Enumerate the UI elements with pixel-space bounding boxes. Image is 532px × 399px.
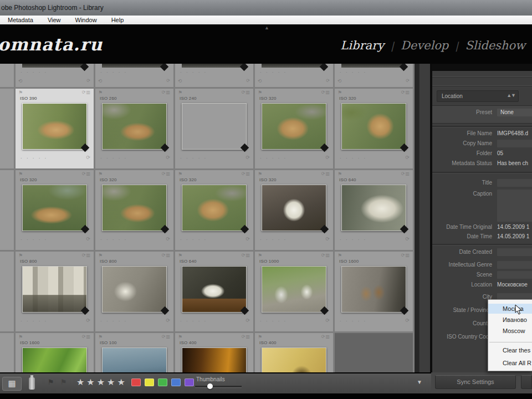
- photo-thumbnail-golden[interactable]: [262, 347, 326, 372]
- grid-cell[interactable]: ⚑⟳▥ISO 320· · · · ·⟳: [95, 170, 173, 250]
- grid-cell[interactable]: ⚑⟳▥ISO 260· · · · ·⟳: [95, 89, 173, 168]
- grid-cell[interactable]: ⚑⟳▥ISO 800· · · · ·⟳: [16, 252, 94, 331]
- module-develop[interactable]: Develop: [401, 39, 448, 52]
- rotate-right-icon: ⟳: [245, 236, 250, 242]
- context-menu-action[interactable]: Clear All R: [488, 358, 532, 368]
- photo-thumbnail-owl[interactable]: [262, 185, 326, 231]
- rotate-right-icon: ⟳: [86, 318, 90, 323]
- grid-cell-partial[interactable]: · · · · ·⟲⟳: [95, 64, 173, 87]
- grid-cell-partial[interactable]: · · · · ·⟲⟳: [335, 64, 413, 87]
- context-menu-item[interactable]: Москва: [488, 304, 532, 314]
- iso-label: ISO 320: [259, 96, 277, 101]
- photo-thumbnail-bear-legs[interactable]: [22, 266, 87, 313]
- flag-pick-icon[interactable]: ⚑: [48, 378, 54, 386]
- sync-settings-button[interactable]: Sync Settings: [435, 375, 516, 389]
- iso-label: ISO 1600: [20, 340, 39, 345]
- color-label-0[interactable]: [131, 378, 141, 386]
- preset-select[interactable]: None: [497, 109, 532, 116]
- grid-cell[interactable]: ⚑⟳▥ISO 1600· · · · ·⟳: [335, 252, 413, 331]
- context-menu-item[interactable]: Moscow: [488, 326, 532, 336]
- photo-thumbnail-cheetah-c[interactable]: [182, 103, 247, 150]
- photo-thumbnail-water[interactable]: [102, 347, 167, 372]
- context-menu-item[interactable]: Иваново: [488, 315, 532, 325]
- flag-icon: ⚑: [98, 253, 103, 258]
- sync-metadata-button[interactable]: [521, 375, 532, 389]
- panel-reveal-caret-icon[interactable]: ▲: [264, 25, 269, 30]
- field-value[interactable]: Has been ch: [497, 160, 532, 166]
- grid-cell[interactable]: ⚑⟳▥ISO 320· · · · ·⟳: [255, 89, 333, 168]
- spray-can-icon[interactable]: [29, 377, 35, 390]
- photo-thumbnail-amber[interactable]: [182, 347, 247, 372]
- toolbar-options-caret-icon[interactable]: ▼: [417, 379, 422, 385]
- grid-cell[interactable]: ⚑⟳▥ISO 320· · · · ·⟳: [255, 170, 333, 250]
- metadata-view-dropdown[interactable]: Location ▲▼: [437, 90, 519, 102]
- photo-thumbnail-bear-head[interactable]: [341, 185, 406, 231]
- iso-label: ISO 320: [20, 177, 37, 182]
- menu-view[interactable]: View: [48, 17, 61, 23]
- color-label-4[interactable]: [185, 378, 194, 386]
- grid-cell-empty: [335, 333, 413, 372]
- photo-thumbnail-cheetah-d[interactable]: [262, 103, 326, 150]
- grid-cell[interactable]: ⚑⟳▥ISO 800· · · · ·⟳: [95, 252, 173, 331]
- color-label-2[interactable]: [158, 378, 167, 386]
- grid-cell[interactable]: ⚑⟳▥ISO 640· · · · ·⟳: [335, 170, 413, 250]
- field-input[interactable]: [497, 248, 532, 256]
- photo-thumbnail-cheetah-b[interactable]: [102, 103, 167, 150]
- grid-cell[interactable]: ⚑⟳▥ISO 320· · · · ·⟳: [335, 89, 413, 168]
- photo-thumbnail-goats[interactable]: [262, 266, 326, 313]
- thumbnails-slider-thumb[interactable]: [207, 383, 213, 389]
- menu-help[interactable]: Help: [111, 17, 124, 23]
- grid-cell[interactable]: ⚑⟳▥ISO 320· · · · ·⟳: [16, 170, 94, 250]
- grid-cell[interactable]: ⚑⟳▥ISO 320· · · · ·⟳: [175, 170, 253, 250]
- grid-view-button[interactable]: ▦: [2, 377, 22, 391]
- grid-cell[interactable]: ⚑⟳▥ISO 100· · · · ·⟳: [95, 333, 173, 372]
- field-value[interactable]: IMGP6488.d: [497, 130, 532, 136]
- caption-field[interactable]: [497, 190, 532, 222]
- photo-thumbnail-bear-walk[interactable]: [182, 266, 247, 313]
- photo-thumbnail-cheetah-a[interactable]: [22, 103, 87, 150]
- field-value[interactable]: Московское: [497, 282, 532, 288]
- photo-thumbnail-cheetah-e[interactable]: [341, 103, 406, 150]
- field-value[interactable]: 14.05.2009 1: [497, 224, 532, 230]
- field-input[interactable]: [497, 179, 532, 187]
- grid-cell[interactable]: ⚑⟳▥ISO 1000· · · · ·⟳: [255, 252, 333, 331]
- photo-thumbnail-plants[interactable]: [22, 347, 87, 372]
- thumbnails-slider[interactable]: [195, 386, 242, 388]
- module-library[interactable]: Library: [340, 39, 384, 52]
- color-label-3[interactable]: [171, 378, 181, 386]
- field-input[interactable]: [497, 140, 532, 147]
- grid-cell[interactable]: ⚑⟳▥ISO 400· · · · ·⟳: [175, 333, 253, 372]
- grid-cell-partial[interactable]: · · · · ·⟲⟳: [255, 64, 333, 87]
- field-input[interactable]: [497, 271, 532, 279]
- menu-bar: Metadata View Window Help: [0, 16, 532, 24]
- grid-cell[interactable]: ⚑⟳▥ISO 640· · · · ·⟳: [175, 252, 253, 331]
- window-titlebar[interactable]: obe Photoshop Lightroom - Library: [0, 0, 532, 16]
- metadata-field-row: Title: [432, 178, 532, 187]
- color-label-1[interactable]: [145, 378, 154, 386]
- field-input[interactable]: [497, 261, 532, 269]
- module-slideshow[interactable]: Slideshow: [465, 39, 525, 52]
- star-rating-control[interactable]: ★★★★★: [76, 377, 127, 387]
- rating-dots: · · · · ·: [180, 70, 207, 75]
- photo-thumbnail-cheetah-d[interactable]: [182, 185, 247, 231]
- grid-cell-partial[interactable]: · · · · ·⟲⟳: [16, 64, 94, 87]
- flag-reject-icon[interactable]: ⚑: [60, 378, 67, 386]
- grid-scrollbar[interactable]: [419, 64, 431, 372]
- field-value[interactable]: 14.05.2009 1: [497, 233, 532, 239]
- rating-dots: · · · · ·: [100, 70, 127, 75]
- grid-cell[interactable]: ⚑⟳▥ISO 240· · · · ·⟳: [175, 89, 253, 168]
- photo-badge-icon: [161, 144, 170, 152]
- grid-cell[interactable]: ⚑⟳▥ISO 1600· · · · ·⟳: [16, 333, 94, 372]
- photo-thumbnail-bear-wall[interactable]: [102, 266, 167, 313]
- photo-thumbnail-cheetah-f[interactable]: [22, 185, 87, 231]
- grid-cell[interactable]: ⚑⟳▥ISO 390· · · · ·⟳: [16, 89, 94, 168]
- menu-window[interactable]: Window: [75, 17, 97, 23]
- field-value[interactable]: 05: [497, 150, 532, 156]
- photo-thumbnail-cheetah-b[interactable]: [102, 185, 167, 231]
- menu-metadata[interactable]: Metadata: [8, 17, 33, 23]
- grid-cell-partial[interactable]: · · · · ·⟲⟳: [175, 64, 253, 87]
- grid-cell[interactable]: ⚑⟳▥ISO 400· · · · ·⟳: [255, 333, 333, 372]
- context-menu-action[interactable]: Clear thes: [488, 345, 532, 355]
- photo-thumbnail-wallabies[interactable]: [341, 266, 406, 313]
- badge-group-icon: ⟳▥: [82, 171, 91, 176]
